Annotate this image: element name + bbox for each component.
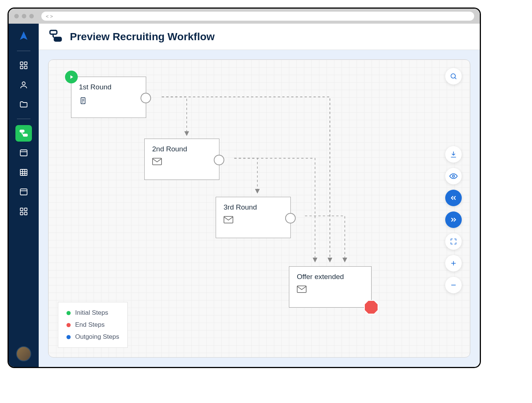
panel-icon[interactable] [15, 184, 32, 200]
node-port[interactable] [141, 93, 151, 103]
workflow-node-2nd-round[interactable]: 2nd Round [144, 139, 219, 180]
svg-rect-7 [20, 150, 27, 156]
node-title: 3rd Round [224, 203, 283, 211]
canvas-toolbar [445, 146, 462, 293]
legend-label: Initial Steps [75, 309, 108, 317]
traffic-light-maximize[interactable] [29, 14, 34, 18]
download-button[interactable] [445, 146, 462, 163]
main-area: Preview Recruiting Workflow [39, 24, 480, 367]
legend-row: Outgoing Steps [66, 333, 119, 341]
legend-label: End Steps [75, 321, 104, 329]
avatar[interactable] [16, 346, 31, 361]
prev-button[interactable] [445, 190, 462, 206]
svg-rect-6 [23, 134, 27, 136]
workflow-node-1st-round[interactable]: 1st Round [71, 77, 146, 118]
node-title: Offer extended [297, 273, 364, 281]
node-port[interactable] [285, 213, 296, 223]
mail-icon [297, 285, 364, 294]
workflow-header-icon [48, 29, 63, 45]
svg-rect-19 [24, 212, 27, 215]
node-port[interactable] [214, 155, 224, 165]
svg-marker-29 [364, 300, 378, 314]
search-button[interactable] [445, 68, 462, 85]
svg-rect-14 [20, 189, 27, 195]
svg-rect-5 [20, 130, 24, 132]
app-logo[interactable] [17, 29, 30, 43]
legend-dot-initial [66, 311, 71, 315]
svg-rect-16 [20, 208, 23, 211]
svg-rect-2 [20, 66, 23, 69]
traffic-light-minimize[interactable] [22, 14, 26, 18]
svg-rect-18 [20, 212, 23, 215]
traffic-lights [14, 14, 34, 18]
workflow-canvas[interactable]: 1st Round 2nd Round [48, 59, 470, 358]
page-title: Preview Recruiting Workflow [70, 31, 215, 43]
svg-point-30 [451, 74, 455, 78]
legend: Initial Steps End Steps Outgoing Steps [58, 302, 128, 348]
sidebar-divider-2 [17, 119, 30, 119]
next-button[interactable] [445, 211, 462, 228]
dashboard-icon[interactable] [15, 57, 32, 74]
sidebar [9, 24, 39, 367]
browser-chrome: < > [9, 9, 480, 24]
expand-button[interactable] [445, 233, 462, 250]
node-title: 1st Round [79, 83, 138, 91]
svg-rect-21 [54, 37, 61, 41]
start-badge-icon [65, 71, 78, 83]
svg-rect-3 [24, 66, 27, 69]
app-window: < > [8, 8, 481, 368]
svg-rect-20 [50, 30, 57, 34]
url-nav-hint: < > [46, 14, 53, 19]
mail-icon [152, 158, 212, 167]
table-icon[interactable] [15, 164, 32, 181]
legend-label: Outgoing Steps [75, 333, 119, 341]
svg-line-31 [455, 77, 456, 79]
node-title: 2nd Round [152, 145, 212, 153]
svg-point-4 [22, 82, 25, 85]
clipboard-icon [79, 96, 138, 107]
workflow-node-offer-extended[interactable]: Offer extended [289, 266, 372, 308]
stop-badge-icon [364, 300, 379, 315]
window-icon[interactable] [15, 145, 32, 161]
page-header: Preview Recruiting Workflow [39, 24, 480, 50]
legend-row: End Steps [66, 321, 119, 329]
legend-dot-outgoing [66, 335, 71, 339]
view-button[interactable] [445, 168, 462, 184]
workflow-icon[interactable] [15, 125, 32, 142]
svg-point-32 [452, 175, 455, 177]
zoom-out-button[interactable] [445, 277, 462, 293]
mail-icon [224, 216, 283, 225]
body-area: Preview Recruiting Workflow [9, 24, 480, 367]
svg-rect-28 [297, 286, 306, 292]
zoom-in-button[interactable] [445, 255, 462, 272]
user-icon[interactable] [15, 77, 32, 93]
svg-rect-0 [20, 62, 23, 65]
legend-row: Initial Steps [66, 309, 119, 317]
svg-rect-1 [24, 62, 27, 65]
apps-icon[interactable] [15, 203, 32, 220]
folder-icon[interactable] [15, 96, 32, 113]
svg-rect-26 [153, 158, 162, 165]
svg-rect-27 [224, 216, 233, 223]
canvas-wrap: 1st Round 2nd Round [39, 50, 480, 367]
canvas-search-group [445, 68, 462, 85]
svg-rect-9 [20, 169, 27, 175]
url-bar[interactable]: < > [41, 12, 474, 21]
legend-dot-end [66, 323, 71, 327]
workflow-node-3rd-round[interactable]: 3rd Round [216, 197, 291, 238]
svg-rect-17 [24, 208, 27, 211]
sidebar-divider [17, 51, 30, 51]
traffic-light-close[interactable] [14, 14, 19, 18]
